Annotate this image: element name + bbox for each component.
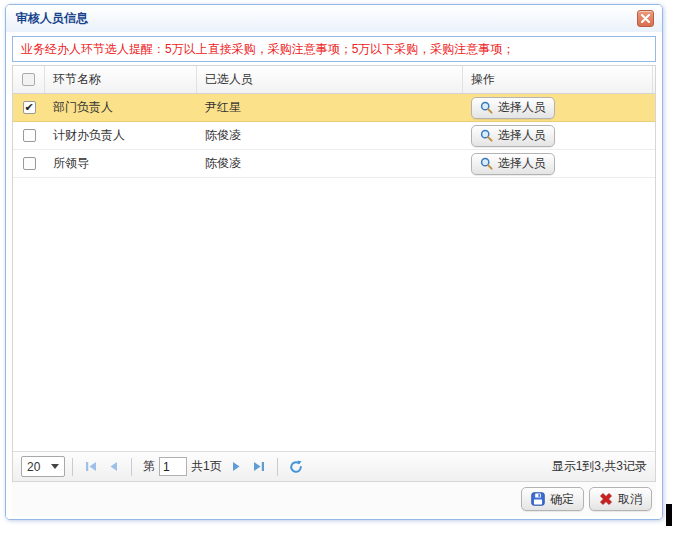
cursor-artifact (666, 504, 672, 526)
grid-empty-area (13, 178, 655, 451)
close-icon[interactable] (637, 10, 654, 27)
select-person-button[interactable]: 选择人员 (471, 153, 555, 175)
cancel-x-icon (599, 492, 613, 506)
datagrid: 环节名称 已选人员 操作 部门负责人 尹红星 (12, 65, 656, 482)
record-info: 显示1到3,共3记录 (552, 458, 647, 475)
dialog-title: 审核人员信息 (16, 10, 88, 27)
column-header-step[interactable]: 环节名称 (45, 66, 197, 93)
select-all-cell[interactable] (13, 66, 45, 93)
page-suffix-label: 共1页 (191, 458, 222, 475)
cell-selected-person: 尹红星 (197, 94, 463, 121)
first-page-button[interactable] (80, 456, 102, 478)
prev-page-button[interactable] (102, 456, 124, 478)
column-header-action[interactable]: 操作 (463, 66, 653, 93)
table-header-row: 环节名称 已选人员 操作 (13, 66, 655, 94)
first-page-icon (85, 461, 97, 472)
pager-divider (277, 458, 278, 476)
dialog-button-bar: 确定 取消 (12, 482, 656, 516)
pager-divider (72, 458, 73, 476)
page-number-input[interactable] (159, 457, 187, 476)
refresh-icon (289, 460, 303, 474)
chevron-down-icon (51, 464, 59, 469)
select-person-button[interactable]: 选择人员 (471, 97, 555, 119)
row-checkbox-cell[interactable] (13, 122, 45, 149)
cell-step-name: 计财办负责人 (45, 122, 197, 149)
cancel-label: 取消 (618, 491, 642, 508)
cancel-button[interactable]: 取消 (589, 487, 652, 511)
dialog-review-personnel: 审核人员信息 业务经办人环节选人提醒：5万以上直接采购，采购注意事项；5万以下采… (5, 4, 663, 520)
pager-divider (131, 458, 132, 476)
select-all-checkbox[interactable] (22, 73, 35, 86)
select-person-button[interactable]: 选择人员 (471, 125, 555, 147)
magnifier-icon (480, 101, 493, 114)
next-page-button[interactable] (226, 456, 248, 478)
refresh-button[interactable] (285, 456, 307, 478)
page-prefix-label: 第 (143, 458, 155, 475)
column-header-filler (653, 66, 655, 93)
row-checkbox[interactable] (23, 129, 36, 142)
column-header-person[interactable]: 已选人员 (197, 66, 463, 93)
page-size-value: 20 (27, 460, 40, 474)
magnifier-icon (480, 157, 493, 170)
cell-step-name: 部门负责人 (45, 94, 197, 121)
next-page-icon (231, 461, 242, 472)
last-page-icon (253, 461, 265, 472)
prev-page-icon (108, 461, 119, 472)
select-person-label: 选择人员 (498, 127, 546, 144)
page-background: 审核人员信息 业务经办人环节选人提醒：5万以上直接采购，采购注意事项；5万以下采… (0, 0, 675, 535)
cell-selected-person: 陈俊凌 (197, 122, 463, 149)
table-row[interactable]: 计财办负责人 陈俊凌 选择人员 (13, 122, 655, 150)
row-checkbox-cell[interactable] (13, 94, 45, 121)
row-checkbox-cell[interactable] (13, 150, 45, 177)
cell-selected-person: 陈俊凌 (197, 150, 463, 177)
row-checkbox[interactable] (23, 157, 36, 170)
page-size-select[interactable]: 20 (21, 456, 65, 477)
table-row[interactable]: 所领导 陈俊凌 选择人员 (13, 150, 655, 178)
dialog-titlebar[interactable]: 审核人员信息 (6, 5, 662, 32)
select-person-label: 选择人员 (498, 155, 546, 172)
cell-step-name: 所领导 (45, 150, 197, 177)
last-page-button[interactable] (248, 456, 270, 478)
save-icon (531, 492, 545, 506)
pagination-bar: 20 (13, 451, 655, 481)
warning-message: 业务经办人环节选人提醒：5万以上直接采购，采购注意事项；5万以下采购，采购注意事… (12, 36, 656, 62)
magnifier-icon (480, 129, 493, 142)
select-person-label: 选择人员 (498, 99, 546, 116)
table-row[interactable]: 部门负责人 尹红星 选择人员 (13, 94, 655, 122)
confirm-button[interactable]: 确定 (521, 487, 584, 511)
confirm-label: 确定 (550, 491, 574, 508)
row-checkbox[interactable] (23, 101, 36, 114)
close-x-glyph (641, 14, 650, 23)
dialog-body: 业务经办人环节选人提醒：5万以上直接采购，采购注意事项；5万以下采购，采购注意事… (6, 32, 662, 519)
